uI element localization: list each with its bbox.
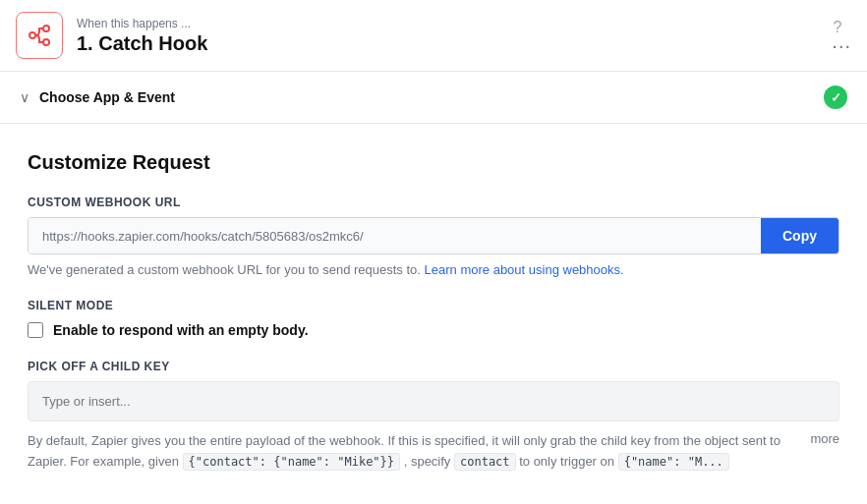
pick-off-label: Pick Off A Child Key bbox=[28, 360, 839, 373]
webhook-icon bbox=[26, 22, 53, 49]
choose-app-section[interactable]: ∨ Choose App & Event bbox=[0, 72, 867, 124]
webhook-description: We've generated a custom webhook URL for… bbox=[28, 262, 839, 277]
pick-desc-part1: By default, Zapier gives you the entire … bbox=[28, 433, 780, 469]
silent-mode-row: Enable to respond with an empty body. bbox=[28, 322, 839, 338]
header: When this happens ... 1. Catch Hook ? ··… bbox=[0, 0, 867, 72]
customize-title: Customize Request bbox=[28, 151, 839, 174]
main-content: Customize Request Custom Webhook URL Cop… bbox=[0, 124, 867, 492]
header-title: 1. Catch Hook bbox=[77, 32, 851, 55]
pick-desc-code3: {"name": "M... bbox=[618, 453, 729, 471]
silent-mode-checkbox-label[interactable]: Enable to respond with an empty body. bbox=[53, 322, 309, 338]
webhook-url-label: Custom Webhook URL bbox=[28, 196, 839, 209]
pick-desc-code1: {"contact": {"name": "Mike"}} bbox=[183, 453, 401, 471]
section-complete-icon bbox=[824, 85, 847, 109]
header-text: When this happens ... 1. Catch Hook bbox=[77, 17, 851, 55]
pick-desc-code2: contact bbox=[454, 453, 516, 471]
header-subtitle: When this happens ... bbox=[77, 17, 851, 30]
webhook-url-row: Copy bbox=[28, 217, 839, 254]
pick-off-input[interactable] bbox=[28, 381, 839, 421]
pick-off-description: By default, Zapier gives you the entire … bbox=[28, 431, 802, 473]
silent-mode-checkbox[interactable] bbox=[28, 322, 43, 338]
pick-off-description-row: By default, Zapier gives you the entire … bbox=[28, 431, 839, 473]
more-link[interactable]: more bbox=[810, 431, 839, 446]
copy-button[interactable]: Copy bbox=[761, 218, 838, 253]
app-icon bbox=[16, 12, 63, 59]
chevron-down-icon: ∨ bbox=[20, 89, 29, 105]
section-title: Choose App & Event bbox=[39, 89, 824, 105]
webhook-learn-more-link[interactable]: Learn more about using webhooks. bbox=[425, 262, 624, 277]
webhook-url-input[interactable] bbox=[29, 218, 761, 253]
more-options-button[interactable]: ··· bbox=[832, 34, 851, 57]
silent-mode-label: Silent Mode bbox=[28, 299, 839, 312]
